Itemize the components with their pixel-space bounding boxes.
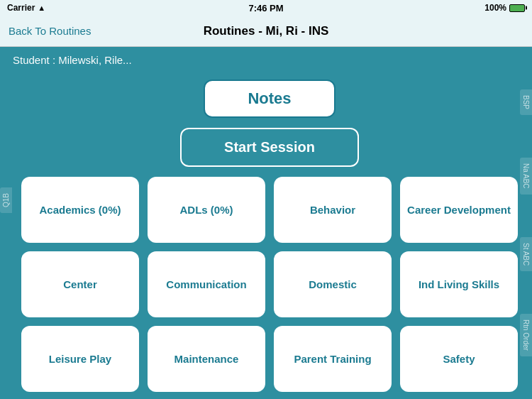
category-grid: Academics (0%)ADLs (0%)BehaviorCareer De… — [21, 177, 518, 392]
carrier-label: Carrier — [7, 3, 35, 13]
grid-item-communication[interactable]: Communication — [148, 251, 265, 317]
status-left: Carrier ▲ — [7, 3, 45, 13]
grid-item-domestic[interactable]: Domestic — [274, 251, 392, 317]
nav-bar: Back To Routines Routines - Mi, Ri - INS — [0, 16, 532, 47]
main-content: Student : Milewski, Rile... BSP Na ABC S… — [0, 47, 532, 399]
status-right: 100% — [484, 3, 525, 13]
battery-pct: 100% — [484, 3, 506, 13]
start-session-button[interactable]: Start Session — [180, 128, 359, 167]
grid-item-career-development[interactable]: Career Development — [400, 177, 518, 243]
side-tab-q1b[interactable]: Q1B — [0, 187, 12, 213]
side-tab-rtn-order[interactable]: Rtn Order — [520, 314, 532, 356]
nav-title: Routines - Mi, Ri - INS — [204, 24, 329, 38]
side-tab-bsp[interactable]: BSP — [520, 89, 532, 115]
grid-item-academics-0-[interactable]: Academics (0%) — [21, 177, 139, 243]
grid-item-safety[interactable]: Safety — [400, 326, 518, 392]
battery-icon — [509, 4, 525, 12]
grid-item-leisure-play[interactable]: Leisure Play — [21, 326, 139, 392]
back-button[interactable]: Back To Routines — [9, 25, 91, 37]
grid-item-parent-training[interactable]: Parent Training — [274, 326, 392, 392]
grid-item-maintenance[interactable]: Maintenance — [148, 326, 265, 392]
student-label: Student : Milewski, Rile... — [13, 54, 132, 66]
wifi-icon: ▲ — [38, 4, 45, 12]
grid-item-adls-0-[interactable]: ADLs (0%) — [148, 177, 265, 243]
status-bar: Carrier ▲ 7:46 PM 100% — [0, 0, 532, 16]
grid-item-behavior[interactable]: Behavior — [274, 177, 392, 243]
grid-item-ind-living-skills[interactable]: Ind Living Skills — [400, 251, 518, 317]
side-tab-na-abc[interactable]: Na ABC — [520, 158, 532, 195]
notes-button[interactable]: Notes — [204, 80, 335, 118]
side-tabs-right: BSP Na ABC St ABC Rtn Order — [520, 47, 532, 399]
status-time: 7:46 PM — [248, 3, 283, 13]
grid-item-center[interactable]: Center — [21, 251, 139, 317]
side-tab-st-abc[interactable]: St ABC — [520, 237, 532, 271]
